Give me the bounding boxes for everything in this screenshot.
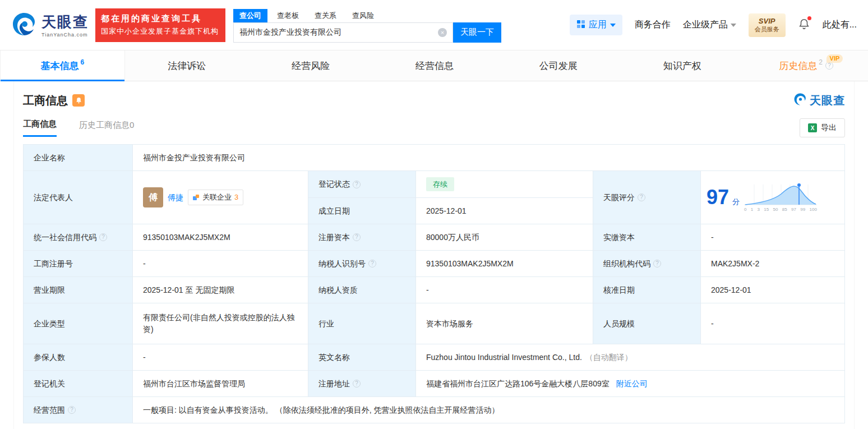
tab-intellectual-property[interactable]: 知识产权 (620, 50, 744, 81)
staff-size-value: - (701, 303, 845, 344)
tianyancha-logo-icon (793, 93, 807, 108)
field-label: 企业类型 (24, 303, 133, 344)
tab-operating-risk[interactable]: 经营风险 (249, 50, 373, 81)
legal-rep-name-link[interactable]: 傅捷 (168, 192, 183, 204)
auto-translate-note: （自动翻译） (585, 352, 632, 363)
brand-logo[interactable]: 天眼查 TianYanCha.com (11, 11, 89, 39)
vip-badge: VIP (827, 54, 843, 63)
field-label: 组织机构代码 ? (593, 251, 701, 277)
promo-line2: 国家中小企业发展子基金旗下机构 (101, 26, 220, 36)
field-label-text: 注册地址 (318, 378, 350, 390)
tab-basic-info[interactable]: 基本信息 6 (0, 50, 125, 81)
apps-grid-icon (576, 20, 585, 31)
tab-count: 6 (81, 58, 85, 66)
business-cooperation-link[interactable]: 商务合作 (635, 19, 671, 31)
reg-status-cell: 存续 (416, 171, 593, 198)
user-account[interactable]: 此处有... (823, 19, 857, 31)
score-axis: 01 315 5085 9799 100 (744, 206, 817, 213)
svg-text:X: X (811, 125, 815, 131)
subtab-history-business-info[interactable]: 历史工商信息0 (79, 120, 134, 136)
score-value: 97 (707, 186, 729, 209)
site-header: 天眼查 TianYanCha.com 都在用的商业查询工具 国家中小企业发展子基… (0, 0, 868, 50)
search-tab-company[interactable]: 查公司 (233, 9, 267, 22)
help-icon[interactable]: ? (368, 260, 376, 267)
subscribe-bell-button[interactable] (72, 94, 85, 107)
status-badge: 存续 (426, 177, 454, 192)
field-label: 工商注册号 (24, 251, 133, 277)
tyc-score-cell[interactable]: 97 分 01 315 (701, 171, 845, 224)
tab-count: 2 (819, 58, 823, 66)
field-label: 实缴资本 (593, 224, 701, 251)
brand-name: 天眼查 (41, 12, 89, 32)
nearby-companies-link[interactable]: 附近公司 (616, 378, 648, 390)
tab-company-development[interactable]: 公司发展 (496, 50, 620, 81)
field-label: 天眼评分 ? (593, 171, 701, 224)
related-companies-icon (193, 194, 200, 201)
tianyancha-logo-icon (11, 11, 37, 39)
establish-date-value: 2025-12-01 (416, 198, 593, 224)
tab-label: 公司发展 (539, 59, 578, 72)
legal-rep-avatar[interactable]: 傅 (143, 187, 163, 207)
help-icon[interactable]: ? (638, 193, 645, 201)
related-companies-label: 关联企业 (202, 192, 232, 203)
search-button[interactable]: 天眼一下 (453, 22, 501, 43)
approval-date-value: 2025-12-01 (701, 277, 845, 303)
related-companies-count: 3 (234, 192, 238, 203)
search-tab-risk[interactable]: 查风险 (346, 9, 380, 22)
svip-member-button[interactable]: SVIP 会员服务 (749, 13, 786, 37)
related-companies-button[interactable]: 关联企业 3 (188, 190, 243, 205)
search-tabs: 查公司 查老板 查关系 查风险 (233, 8, 501, 22)
help-icon[interactable]: ? (825, 62, 833, 70)
taxpayer-id-value: 91350103MAK2J5MX2M (416, 251, 593, 277)
field-label: 人员规模 (593, 303, 701, 344)
chevron-down-icon (610, 24, 616, 27)
field-label-text: 统一社会信用代码 (34, 232, 96, 243)
help-icon[interactable]: ? (68, 406, 76, 414)
org-code-value: MAK2J5MX-2 (701, 251, 845, 277)
clear-search-icon[interactable]: × (438, 28, 447, 37)
help-icon[interactable]: ? (99, 233, 107, 241)
section-title: 工商信息 (23, 93, 68, 108)
export-button[interactable]: X 导出 (800, 118, 845, 137)
help-icon[interactable]: ? (653, 260, 661, 267)
score-unit: 分 (732, 197, 740, 206)
search-area: 查公司 查老板 查关系 查风险 × 天眼一下 (233, 8, 501, 43)
field-label: 核准日期 (593, 277, 701, 303)
field-label: 企业名称 (24, 145, 133, 171)
svip-line2: 会员服务 (755, 25, 779, 34)
search-tab-boss[interactable]: 查老板 (271, 9, 305, 22)
subtab-business-info[interactable]: 工商信息 (23, 119, 57, 137)
search-input[interactable] (239, 28, 438, 37)
notification-bell-button[interactable] (798, 18, 810, 33)
business-info-card: 工商信息 天眼查 工商信息 历史工商信息0 X 导出 (13, 81, 855, 429)
reg-address-cell: 福建省福州市台江区广达路106号金融大楼八层809室 附近公司 (416, 371, 845, 397)
tab-label: 法律诉讼 (168, 59, 206, 72)
field-label: 法定代表人 (24, 171, 133, 224)
field-label: 注册资本 ? (308, 224, 416, 251)
promo-banner: 都在用的商业查询工具 国家中小企业发展子基金旗下机构 (95, 8, 225, 42)
tab-history-info[interactable]: VIP 历史信息 2 ? (744, 50, 868, 81)
business-scope-value: 一般项目: 以自有资金从事投资活动。 （除依法须经批准的项目外, 凭营业执照依法… (133, 397, 845, 423)
svip-line1: SVIP (759, 17, 775, 25)
watermark-logo: 天眼查 (793, 93, 845, 108)
tab-legal-litigation[interactable]: 法律诉讼 (125, 50, 249, 81)
tab-business-info[interactable]: 经营信息 (373, 50, 497, 81)
promo-line1: 都在用的商业查询工具 (101, 13, 220, 24)
brand-domain: TianYanCha.com (41, 32, 89, 38)
help-icon[interactable]: ? (353, 181, 361, 188)
field-label: 纳税人资质 (308, 277, 416, 303)
enterprise-products-link[interactable]: 企业级产品 (683, 19, 736, 31)
field-label: 成立日期 (308, 198, 416, 224)
industry-value: 资本市场服务 (416, 303, 593, 344)
field-label: 行业 (308, 303, 416, 344)
reg-capital-value: 80000万人民币 (416, 224, 593, 251)
export-label: 导出 (821, 123, 837, 133)
business-info-table: 企业名称 福州市金投产业投资有限公司 法定代表人 傅 傅捷 关联企业 3 登记状… (23, 144, 845, 423)
field-label: 注册地址 ? (308, 371, 416, 397)
help-icon[interactable]: ? (353, 233, 361, 241)
tab-label: 历史信息 (779, 59, 817, 72)
field-label: 登记状态 ? (308, 171, 416, 198)
search-tab-relation[interactable]: 查关系 (308, 9, 343, 22)
help-icon[interactable]: ? (353, 380, 361, 388)
apps-button[interactable]: 应用 (570, 15, 622, 35)
